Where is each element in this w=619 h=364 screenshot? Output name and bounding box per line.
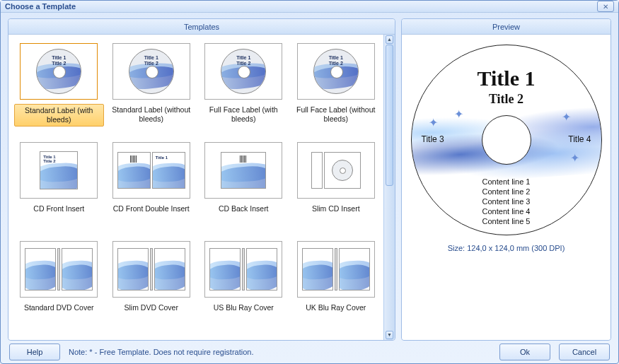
template-thumb: Title 1Title 2 bbox=[204, 43, 282, 100]
templates-panel: Templates Title 1Title 2Standard Label (… bbox=[8, 18, 395, 341]
template-item[interactable]: CD Back Insert bbox=[197, 138, 290, 237]
template-item[interactable]: Title 1Title 2Full Face Label (with blee… bbox=[197, 39, 290, 138]
template-thumb bbox=[204, 241, 282, 298]
template-thumb bbox=[20, 241, 98, 298]
template-thumb bbox=[112, 241, 190, 298]
template-item[interactable]: UK Blu Ray Cover bbox=[290, 237, 383, 336]
preview-title-3: Title 3 bbox=[422, 134, 444, 144]
template-item[interactable]: Title 1CD Front Double Insert bbox=[105, 138, 198, 237]
preview-header: Preview bbox=[402, 19, 611, 35]
template-item[interactable]: Standard DVD Cover bbox=[13, 237, 105, 336]
template-label: Slim DVD Cover bbox=[122, 302, 181, 322]
template-thumb: Title 1Title 2 bbox=[20, 142, 98, 199]
template-item[interactable]: US Blu Ray Cover bbox=[197, 237, 290, 336]
preview-title-2: Title 2 bbox=[412, 92, 601, 107]
scroll-up-button[interactable]: ▲ bbox=[386, 35, 393, 44]
template-item[interactable]: Slim CD Insert bbox=[290, 138, 383, 237]
templates-grid: Title 1Title 2Standard Label (with bleed… bbox=[8, 35, 383, 340]
template-thumb: Title 1 bbox=[112, 142, 190, 199]
template-label: Standard DVD Cover bbox=[21, 302, 97, 322]
template-label: CD Front Double Insert bbox=[110, 203, 192, 223]
template-thumb bbox=[204, 142, 282, 199]
preview-title-1: Title 1 bbox=[412, 66, 601, 90]
dialog-body: Templates Title 1Title 2Standard Label (… bbox=[1, 13, 618, 344]
template-label: Full Face Label (without bleeds) bbox=[291, 104, 381, 125]
scroll-down-button[interactable]: ▼ bbox=[386, 331, 393, 339]
ok-button[interactable]: Ok bbox=[499, 344, 550, 360]
template-thumb: Title 1Title 2 bbox=[20, 43, 98, 100]
template-thumb bbox=[297, 142, 375, 199]
preview-content-lines: Content line 1Content line 2Content line… bbox=[412, 177, 601, 226]
template-item[interactable]: Slim DVD Cover bbox=[105, 237, 198, 336]
preview-panel: Preview ✦ ✦ ✦ ✦ Title 1 Title 2 Title 3 … bbox=[401, 18, 611, 341]
footer-note: Note: * - Free Template. Does not requir… bbox=[69, 348, 253, 356]
dialog: Choose a Template ✕ Templates Title 1Tit… bbox=[0, 0, 619, 364]
templates-header: Templates bbox=[8, 19, 395, 35]
footer: Help Note: * - Free Template. Does not r… bbox=[1, 344, 618, 364]
template-item[interactable]: Title 1Title 2Full Face Label (without b… bbox=[290, 39, 383, 138]
template-thumb: Title 1Title 2 bbox=[297, 43, 375, 100]
template-thumb bbox=[297, 241, 375, 298]
titlebar: Choose a Template ✕ bbox=[1, 1, 618, 13]
scroll-thumb[interactable] bbox=[386, 45, 393, 186]
preview-title-4: Title 4 bbox=[568, 134, 591, 144]
cancel-button[interactable]: Cancel bbox=[559, 344, 610, 360]
template-label: Slim CD Insert bbox=[309, 203, 363, 223]
size-info: Size: 124,0 x 124,0 mm (300 DPI) bbox=[448, 244, 565, 252]
scrollbar[interactable]: ▲ ▼ bbox=[383, 35, 395, 340]
template-item[interactable]: Title 1Title 2CD Front Insert bbox=[13, 138, 105, 237]
dialog-title: Choose a Template bbox=[5, 2, 597, 11]
preview-body: ✦ ✦ ✦ ✦ Title 1 Title 2 Title 3 Title 4 … bbox=[402, 35, 611, 340]
template-item[interactable]: Title 1Title 2Standard Label (without bl… bbox=[105, 39, 198, 138]
template-thumb: Title 1Title 2 bbox=[112, 43, 190, 100]
template-label: US Blu Ray Cover bbox=[211, 302, 277, 322]
template-label: Standard Label (without bleeds) bbox=[107, 104, 197, 125]
preview-disc: ✦ ✦ ✦ ✦ Title 1 Title 2 Title 3 Title 4 … bbox=[411, 45, 602, 235]
close-icon: ✕ bbox=[603, 3, 608, 11]
template-label: CD Back Insert bbox=[216, 203, 272, 223]
template-item[interactable]: Title 1Title 2Standard Label (with bleed… bbox=[13, 39, 105, 138]
template-label: Standard Label (with bleeds) bbox=[14, 104, 104, 127]
template-label: UK Blu Ray Cover bbox=[303, 302, 369, 322]
help-button[interactable]: Help bbox=[9, 344, 60, 360]
template-label: Full Face Label (with bleeds) bbox=[199, 104, 289, 125]
close-button[interactable]: ✕ bbox=[597, 1, 614, 12]
template-label: CD Front Insert bbox=[30, 203, 87, 223]
